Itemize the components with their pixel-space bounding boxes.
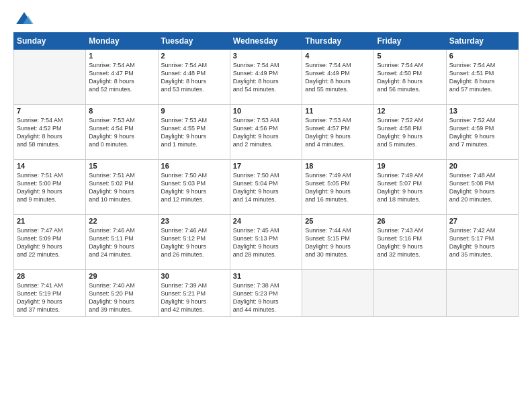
logo-icon [15, 11, 34, 26]
calendar-cell: 4Sunrise: 7:54 AM Sunset: 4:49 PM Daylig… [302, 50, 374, 105]
day-number: 8 [89, 107, 154, 115]
cell-content: Sunrise: 7:54 AM Sunset: 4:48 PM Dayligh… [161, 61, 227, 94]
calendar-cell: 15Sunrise: 7:51 AM Sunset: 5:02 PM Dayli… [86, 160, 158, 215]
day-number: 16 [161, 162, 227, 170]
day-number: 24 [233, 217, 299, 225]
calendar-cell: 6Sunrise: 7:54 AM Sunset: 4:51 PM Daylig… [446, 50, 518, 105]
calendar-cell: 5Sunrise: 7:54 AM Sunset: 4:50 PM Daylig… [374, 50, 446, 105]
weekday-header-saturday: Saturday [446, 33, 518, 50]
day-number: 4 [305, 52, 371, 60]
calendar-cell: 31Sunrise: 7:38 AM Sunset: 5:23 PM Dayli… [230, 270, 302, 317]
weekday-header-friday: Friday [374, 33, 446, 50]
day-number: 25 [305, 217, 371, 225]
cell-content: Sunrise: 7:46 AM Sunset: 5:11 PM Dayligh… [89, 226, 154, 259]
cell-content: Sunrise: 7:51 AM Sunset: 5:00 PM Dayligh… [17, 171, 83, 204]
day-number: 13 [449, 107, 515, 115]
cell-content: Sunrise: 7:39 AM Sunset: 5:21 PM Dayligh… [161, 281, 227, 314]
week-row-3: 14Sunrise: 7:51 AM Sunset: 5:00 PM Dayli… [14, 160, 519, 215]
cell-content: Sunrise: 7:49 AM Sunset: 5:05 PM Dayligh… [305, 171, 371, 204]
cell-content: Sunrise: 7:49 AM Sunset: 5:07 PM Dayligh… [377, 171, 443, 204]
day-number: 27 [449, 217, 515, 225]
day-number: 19 [377, 162, 443, 170]
header [13, 11, 519, 26]
cell-content: Sunrise: 7:48 AM Sunset: 5:08 PM Dayligh… [449, 171, 515, 204]
cell-content: Sunrise: 7:52 AM Sunset: 4:59 PM Dayligh… [449, 116, 515, 149]
weekday-header-thursday: Thursday [302, 33, 374, 50]
day-number: 18 [305, 162, 371, 170]
calendar-cell: 7Sunrise: 7:54 AM Sunset: 4:52 PM Daylig… [14, 105, 86, 160]
day-number: 29 [89, 272, 154, 280]
cell-content: Sunrise: 7:52 AM Sunset: 4:58 PM Dayligh… [377, 116, 443, 149]
calendar-cell: 3Sunrise: 7:54 AM Sunset: 4:49 PM Daylig… [230, 50, 302, 105]
day-number: 28 [17, 272, 83, 280]
weekday-header-monday: Monday [86, 33, 158, 50]
day-number: 22 [89, 217, 154, 225]
week-row-1: 1Sunrise: 7:54 AM Sunset: 4:47 PM Daylig… [14, 50, 519, 105]
day-number: 5 [377, 52, 443, 60]
logo [13, 11, 34, 26]
day-number: 21 [17, 217, 83, 225]
weekday-header-row: SundayMondayTuesdayWednesdayThursdayFrid… [14, 33, 519, 50]
calendar-cell: 25Sunrise: 7:44 AM Sunset: 5:15 PM Dayli… [302, 215, 374, 270]
weekday-header-wednesday: Wednesday [230, 33, 302, 50]
calendar-cell: 23Sunrise: 7:46 AM Sunset: 5:12 PM Dayli… [158, 215, 230, 270]
calendar-cell: 8Sunrise: 7:53 AM Sunset: 4:54 PM Daylig… [86, 105, 158, 160]
weekday-header-sunday: Sunday [14, 33, 86, 50]
calendar-cell: 10Sunrise: 7:53 AM Sunset: 4:56 PM Dayli… [230, 105, 302, 160]
calendar-cell: 18Sunrise: 7:49 AM Sunset: 5:05 PM Dayli… [302, 160, 374, 215]
calendar-cell: 29Sunrise: 7:40 AM Sunset: 5:20 PM Dayli… [86, 270, 158, 317]
cell-content: Sunrise: 7:54 AM Sunset: 4:50 PM Dayligh… [377, 61, 443, 94]
calendar-cell: 21Sunrise: 7:47 AM Sunset: 5:09 PM Dayli… [14, 215, 86, 270]
day-number: 10 [233, 107, 299, 115]
day-number: 17 [233, 162, 299, 170]
calendar-cell: 26Sunrise: 7:43 AM Sunset: 5:16 PM Dayli… [374, 215, 446, 270]
calendar-cell: 19Sunrise: 7:49 AM Sunset: 5:07 PM Dayli… [374, 160, 446, 215]
calendar-cell: 30Sunrise: 7:39 AM Sunset: 5:21 PM Dayli… [158, 270, 230, 317]
calendar-cell: 16Sunrise: 7:50 AM Sunset: 5:03 PM Dayli… [158, 160, 230, 215]
day-number: 30 [161, 272, 227, 280]
cell-content: Sunrise: 7:54 AM Sunset: 4:47 PM Dayligh… [89, 61, 154, 94]
calendar-cell: 20Sunrise: 7:48 AM Sunset: 5:08 PM Dayli… [446, 160, 518, 215]
calendar: SundayMondayTuesdayWednesdayThursdayFrid… [13, 32, 519, 317]
calendar-cell: 17Sunrise: 7:50 AM Sunset: 5:04 PM Dayli… [230, 160, 302, 215]
cell-content: Sunrise: 7:53 AM Sunset: 4:56 PM Dayligh… [233, 116, 299, 149]
day-number: 7 [17, 107, 83, 115]
day-number: 26 [377, 217, 443, 225]
calendar-cell [374, 270, 446, 317]
calendar-cell: 28Sunrise: 7:41 AM Sunset: 5:19 PM Dayli… [14, 270, 86, 317]
day-number: 23 [161, 217, 227, 225]
calendar-cell: 27Sunrise: 7:42 AM Sunset: 5:17 PM Dayli… [446, 215, 518, 270]
day-number: 6 [449, 52, 515, 60]
cell-content: Sunrise: 7:47 AM Sunset: 5:09 PM Dayligh… [17, 226, 83, 259]
cell-content: Sunrise: 7:40 AM Sunset: 5:20 PM Dayligh… [89, 281, 154, 314]
cell-content: Sunrise: 7:41 AM Sunset: 5:19 PM Dayligh… [17, 281, 83, 314]
calendar-cell [14, 50, 86, 105]
cell-content: Sunrise: 7:43 AM Sunset: 5:16 PM Dayligh… [377, 226, 443, 259]
day-number: 12 [377, 107, 443, 115]
calendar-cell [302, 270, 374, 317]
cell-content: Sunrise: 7:42 AM Sunset: 5:17 PM Dayligh… [449, 226, 515, 259]
day-number: 31 [233, 272, 299, 280]
week-row-4: 21Sunrise: 7:47 AM Sunset: 5:09 PM Dayli… [14, 215, 519, 270]
calendar-cell: 12Sunrise: 7:52 AM Sunset: 4:58 PM Dayli… [374, 105, 446, 160]
calendar-cell: 1Sunrise: 7:54 AM Sunset: 4:47 PM Daylig… [86, 50, 158, 105]
calendar-cell: 11Sunrise: 7:53 AM Sunset: 4:57 PM Dayli… [302, 105, 374, 160]
day-number: 20 [449, 162, 515, 170]
calendar-cell: 22Sunrise: 7:46 AM Sunset: 5:11 PM Dayli… [86, 215, 158, 270]
page: SundayMondayTuesdayWednesdayThursdayFrid… [0, 0, 532, 411]
cell-content: Sunrise: 7:54 AM Sunset: 4:49 PM Dayligh… [305, 61, 371, 94]
cell-content: Sunrise: 7:50 AM Sunset: 5:04 PM Dayligh… [233, 171, 299, 204]
calendar-cell: 2Sunrise: 7:54 AM Sunset: 4:48 PM Daylig… [158, 50, 230, 105]
cell-content: Sunrise: 7:53 AM Sunset: 4:55 PM Dayligh… [161, 116, 227, 149]
cell-content: Sunrise: 7:38 AM Sunset: 5:23 PM Dayligh… [233, 281, 299, 314]
calendar-cell: 24Sunrise: 7:45 AM Sunset: 5:13 PM Dayli… [230, 215, 302, 270]
day-number: 2 [161, 52, 227, 60]
calendar-cell: 13Sunrise: 7:52 AM Sunset: 4:59 PM Dayli… [446, 105, 518, 160]
cell-content: Sunrise: 7:46 AM Sunset: 5:12 PM Dayligh… [161, 226, 227, 259]
day-number: 9 [161, 107, 227, 115]
calendar-cell [446, 270, 518, 317]
cell-content: Sunrise: 7:45 AM Sunset: 5:13 PM Dayligh… [233, 226, 299, 259]
day-number: 11 [305, 107, 371, 115]
calendar-cell: 9Sunrise: 7:53 AM Sunset: 4:55 PM Daylig… [158, 105, 230, 160]
cell-content: Sunrise: 7:44 AM Sunset: 5:15 PM Dayligh… [305, 226, 371, 259]
